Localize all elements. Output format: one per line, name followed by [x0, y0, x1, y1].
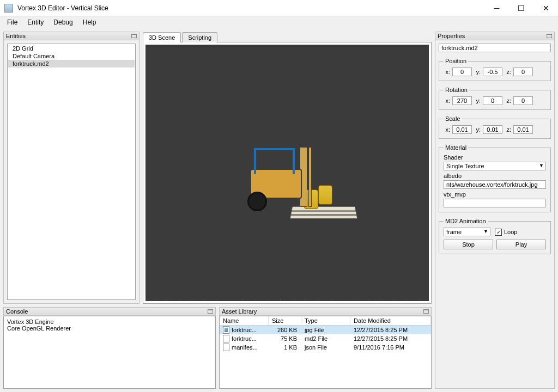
console-output[interactable]: Vortex 3D Engine Core OpenGL Renderer	[3, 316, 216, 389]
menubar: File Entity Debug Help	[0, 16, 558, 28]
properties-header[interactable]: Properties	[435, 32, 555, 40]
z-label: z:	[505, 126, 511, 133]
entities-header[interactable]: Entities	[3, 32, 140, 40]
entity-item[interactable]: 2D Grid	[8, 45, 135, 52]
undock-icon[interactable]	[208, 309, 213, 314]
properties-panel: Properties Position x: y: z: Rotation x:…	[435, 32, 555, 389]
x-label: x:	[444, 69, 450, 75]
albedo-label: albedo	[444, 173, 546, 179]
undock-icon[interactable]	[131, 34, 137, 38]
menu-help[interactable]: Help	[78, 17, 101, 27]
vtx-mvp-input[interactable]	[444, 199, 546, 207]
material-group: Material Shader ▼ albedo vtx_mvp	[439, 144, 551, 212]
position-z-input[interactable]	[513, 68, 533, 76]
y-label: y:	[474, 97, 481, 104]
file-icon	[223, 335, 229, 342]
z-label: z:	[505, 97, 511, 104]
asset-name: forktruc...	[220, 326, 269, 334]
rotation-y-input[interactable]	[483, 96, 502, 105]
position-y-input[interactable]	[483, 68, 502, 76]
console-header[interactable]: Console	[3, 307, 216, 316]
entities-title: Entities	[6, 33, 26, 39]
asset-size: 1 KB	[269, 343, 301, 352]
rotation-legend: Rotation	[444, 87, 469, 93]
undock-icon[interactable]	[423, 309, 429, 314]
scale-group: Scale x: y: z:	[439, 115, 551, 139]
console-title: Console	[6, 308, 28, 315]
x-label: x:	[444, 97, 450, 104]
loop-label: Loop	[504, 229, 517, 235]
asset-library-title: Asset Library	[222, 308, 257, 315]
rotation-x-input[interactable]	[452, 96, 472, 105]
col-name[interactable]: Name	[220, 316, 269, 325]
asset-date: 12/27/2015 8:25 PM	[350, 334, 431, 343]
window-title: Vortex 3D Editor - Vertical Slice	[17, 4, 484, 12]
entity-name-input[interactable]	[439, 44, 551, 52]
asset-row[interactable]: forktruc... 75 KB md2 File 12/27/2015 8:…	[220, 334, 431, 343]
asset-row[interactable]: forktruc... 260 KB jpg File 12/27/2015 8…	[220, 326, 431, 334]
file-icon	[223, 344, 229, 351]
image-file-icon	[223, 326, 229, 334]
properties-title: Properties	[438, 33, 465, 39]
asset-size: 75 KB	[269, 334, 301, 343]
asset-name: forktruc...	[220, 334, 269, 343]
close-button[interactable]: ✕	[533, 0, 558, 16]
entities-list[interactable]: 2D Grid Default Camera forktruck.md2	[7, 44, 136, 300]
minimize-button[interactable]: ─	[484, 0, 509, 16]
menu-file[interactable]: File	[2, 17, 22, 27]
albedo-input[interactable]	[444, 180, 546, 189]
tab-3d-scene[interactable]: 3D Scene	[143, 32, 181, 42]
scale-z-input[interactable]	[513, 125, 533, 134]
3d-viewport[interactable]	[145, 45, 429, 301]
app-icon	[4, 4, 13, 13]
col-date[interactable]: Date Modified	[350, 316, 431, 325]
asset-table[interactable]: Name Size Type Date Modified forktruc...…	[219, 316, 432, 389]
entity-item[interactable]: forktruck.md2	[8, 60, 135, 68]
scale-x-input[interactable]	[452, 125, 472, 134]
asset-type: json File	[301, 343, 350, 352]
checkbox-icon: ✓	[495, 229, 502, 236]
tab-scripting[interactable]: Scripting	[182, 32, 217, 42]
rotation-group: Rotation x: y: z:	[439, 87, 551, 110]
asset-library-header[interactable]: Asset Library	[219, 307, 432, 316]
shader-select[interactable]	[444, 162, 546, 170]
animation-legend: MD2 Animation	[444, 218, 488, 224]
menu-debug[interactable]: Debug	[48, 17, 77, 27]
col-size[interactable]: Size	[269, 316, 301, 325]
center-area: 3D Scene Scripting	[143, 32, 432, 304]
x-label: x:	[444, 126, 450, 133]
scale-legend: Scale	[444, 115, 462, 122]
material-legend: Material	[444, 144, 468, 151]
y-label: y:	[474, 126, 481, 133]
asset-date: 9/11/2016 7:16 PM	[350, 343, 431, 352]
animation-group: MD2 Animation ▼ ✓ Loop Stop Play	[439, 218, 551, 254]
asset-library-panel: Asset Library Name Size Type Date Modifi…	[219, 307, 432, 389]
entities-panel: Entities 2D Grid Default Camera forktruc…	[3, 32, 140, 304]
rotation-z-input[interactable]	[513, 96, 533, 105]
col-type[interactable]: Type	[301, 316, 350, 325]
loop-checkbox[interactable]: ✓ Loop	[495, 229, 517, 236]
asset-date: 12/27/2015 8:25 PM	[350, 326, 431, 334]
asset-type: jpg File	[301, 326, 350, 334]
undock-icon[interactable]	[547, 34, 552, 38]
grid-floor	[145, 299, 429, 301]
scale-y-input[interactable]	[483, 125, 502, 134]
z-label: z:	[505, 69, 511, 75]
shader-label: Shader	[444, 154, 546, 161]
position-x-input[interactable]	[452, 68, 472, 76]
asset-name: manifes...	[220, 343, 269, 352]
asset-row[interactable]: manifes... 1 KB json File 9/11/2016 7:16…	[220, 343, 431, 352]
maximize-button[interactable]: ☐	[509, 0, 533, 16]
entity-item[interactable]: Default Camera	[8, 52, 135, 60]
vtx-mvp-label: vtx_mvp	[444, 191, 546, 198]
dropdown-icon[interactable]: ▼	[483, 229, 488, 234]
forklift-model	[247, 147, 345, 234]
position-group: Position x: y: z:	[439, 58, 551, 81]
menu-entity[interactable]: Entity	[22, 17, 48, 27]
play-button[interactable]: Play	[496, 240, 546, 249]
dropdown-icon[interactable]: ▼	[539, 163, 544, 168]
position-legend: Position	[444, 58, 468, 64]
asset-size: 260 KB	[269, 326, 301, 334]
stop-button[interactable]: Stop	[444, 240, 493, 249]
console-panel: Console Vortex 3D Engine Core OpenGL Ren…	[3, 307, 216, 389]
